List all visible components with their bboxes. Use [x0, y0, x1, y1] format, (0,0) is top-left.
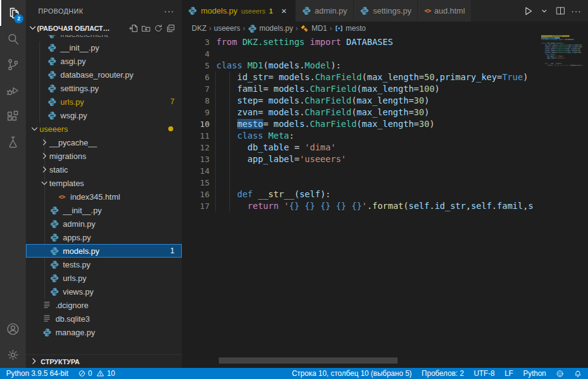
line-number: 9	[182, 107, 210, 118]
tree-item-label: views.py	[63, 287, 94, 296]
tab-aud-html[interactable]: <>aud.html	[418, 0, 471, 22]
activitybar-account[interactable]	[0, 316, 26, 342]
code-line-15[interactable]: 15	[182, 177, 588, 189]
tree-file--init-py[interactable]: __init__.py	[26, 203, 182, 217]
more-actions-icon[interactable]: ···	[570, 4, 583, 18]
code-line-7[interactable]: 7 famil= models.CharField(max_length=100…	[182, 83, 588, 95]
code-line-12[interactable]: 12 db_table = 'dima'	[182, 142, 588, 153]
new-folder-icon[interactable]	[140, 22, 152, 35]
split-editor-button[interactable]	[553, 4, 567, 18]
code-line-13[interactable]: 13 app_label='useeers'	[182, 153, 588, 165]
breadcrumb-useeers[interactable]: useeers	[214, 24, 240, 33]
tree-file-index345-html[interactable]: <>index345.html	[26, 190, 182, 203]
line-number: 6	[182, 71, 210, 83]
code-line-17[interactable]: 17 return '{} {} {} {} {}'.format(self.i…	[182, 200, 588, 212]
line-number: 16	[182, 189, 210, 200]
tree-file--init-py[interactable]: __init__.py	[26, 41, 182, 54]
tree-file-urls-py[interactable]: urls.py	[26, 271, 182, 285]
close-icon[interactable]: ×	[279, 6, 289, 16]
breadcrumb-label: mesto	[346, 24, 366, 33]
testing-icon	[6, 135, 20, 150]
tree-file--dcignore[interactable]: .dcignore	[26, 298, 182, 312]
tree-folder-templates[interactable]: templates	[26, 176, 182, 190]
breadcrumb-dkz[interactable]: DKZ	[192, 24, 206, 33]
breadcrumb-mesto[interactable]: mesto	[335, 24, 366, 33]
run-button[interactable]	[521, 4, 535, 18]
tree-file-views-py[interactable]: views.py	[26, 285, 182, 298]
py-file-icon	[49, 246, 59, 256]
collapse-all-icon[interactable]	[165, 22, 177, 35]
tree-file-asgi-py[interactable]: asgi.py	[26, 54, 182, 68]
statusbar-python-3-9-5-64-bit[interactable]: Python 3.9.5 64-bit	[6, 369, 68, 378]
statusbar-error[interactable]: 0	[78, 369, 92, 378]
tree-folder-static[interactable]: static	[26, 163, 182, 176]
statusbar-feedback[interactable]	[556, 370, 564, 378]
activitybar-testing[interactable]	[0, 129, 26, 155]
tree-file-models-py[interactable]: models.py1	[26, 244, 182, 258]
indent-guide	[215, 177, 216, 189]
code-line-6[interactable]: 6 id_str= models.CharField(max_length=50…	[182, 71, 588, 83]
statusbar-строка-10-столбец-10-выбрано-5-[interactable]: Строка 10, столбец 10 (выбрано 5)	[292, 369, 412, 378]
tree-file-settings-py[interactable]: settings.py	[26, 81, 182, 95]
activitybar-source-control[interactable]	[0, 52, 26, 78]
tree-file-apps-py[interactable]: apps.py	[26, 230, 182, 244]
run-dropdown-button[interactable]	[537, 4, 551, 18]
code-line-11[interactable]: 11 class Meta:	[182, 130, 588, 142]
breadcrumb-label: useeers	[214, 24, 240, 33]
new-file-icon[interactable]	[128, 22, 140, 35]
statusbar-bell[interactable]	[574, 370, 582, 378]
breadcrumb-models-py[interactable]: models.py	[248, 24, 293, 33]
code-line-8[interactable]: 8 step= models.CharField(max_length=30)	[182, 95, 588, 107]
code-line-9[interactable]: 9 zvan= models.CharField(max_length=30)	[182, 107, 588, 118]
code-line-5[interactable]: 5class MD1(models.Model):	[182, 60, 588, 71]
more-actions-icon[interactable]: ···	[164, 6, 174, 16]
outline-section-header[interactable]: СТРУКТУРА	[26, 354, 182, 368]
tab-settings-py[interactable]: settings.py	[354, 0, 417, 22]
statusbar-label: Строка 10, столбец 10 (выбрано 5)	[292, 369, 412, 378]
code-line-3[interactable]: 3from DKZ.settings import DATABASES	[182, 36, 588, 48]
tab-admin-py[interactable]: admin.py	[296, 0, 354, 22]
activitybar-extensions[interactable]	[0, 104, 26, 129]
py-file-icon	[42, 327, 52, 337]
tab-bar: models.pyuseeers1×admin.pysettings.py<>a…	[182, 0, 588, 22]
code-editor[interactable]: 3from DKZ.settings import DATABASES45cla…	[182, 35, 588, 368]
statusbar-utf-8[interactable]: UTF-8	[474, 369, 495, 378]
statusbar-lf[interactable]: LF	[505, 369, 513, 378]
code-line-14[interactable]: 14	[182, 165, 588, 177]
tree-file-wsgi-py[interactable]: wsgi.py	[26, 108, 182, 122]
activitybar-explorer[interactable]: 2	[0, 0, 26, 26]
activitybar-run-debug[interactable]	[0, 78, 26, 104]
tree-file-manage-py[interactable]: manage.py	[26, 325, 182, 339]
breadcrumb-separator: ›	[295, 24, 298, 33]
statusbar-python[interactable]: Python	[523, 369, 546, 378]
tree-folder-migrations[interactable]: migrations	[26, 149, 182, 163]
tab-models-py[interactable]: models.pyuseeers1×	[182, 0, 295, 22]
minimap[interactable]: from DKZ.settings import DATABASESclass …	[541, 35, 582, 109]
breadcrumb-separator: ›	[243, 24, 245, 33]
statusbar-пробелов-2[interactable]: Пробелов: 2	[422, 369, 464, 378]
activitybar-search[interactable]	[0, 26, 26, 52]
tree-item-label: database_roouter.py	[60, 70, 134, 79]
refresh-icon[interactable]	[152, 22, 165, 35]
tree-file-indexelement[interactable]: indexelement	[26, 35, 182, 41]
class-icon	[300, 24, 309, 33]
line-number: 14	[182, 165, 210, 177]
explorer-title: ПРОВОДНИК	[38, 7, 83, 15]
activitybar-settings-gear[interactable]	[0, 342, 26, 368]
breadcrumb-md1[interactable]: MD1	[300, 24, 327, 33]
tree-folder--pycache-[interactable]: __pycache__	[26, 136, 182, 149]
tree-file-tests-py[interactable]: tests.py	[26, 258, 182, 271]
selected-text: mesto	[237, 119, 263, 129]
code-line-16[interactable]: 16 def __str__(self):	[182, 189, 588, 200]
code-line-4[interactable]: 4	[182, 48, 588, 60]
statusbar-warning[interactable]: 10	[97, 369, 115, 378]
horizontal-scrollbar[interactable]	[219, 357, 398, 364]
tree-folder-useeers[interactable]: useeers	[26, 122, 182, 136]
tree-file-database-roouter-py[interactable]: database_roouter.py	[26, 68, 182, 81]
code-line-10[interactable]: 10 mesto= models.CharField(max_length=30…	[182, 118, 588, 130]
tree-file-admin-py[interactable]: admin.py	[26, 217, 182, 230]
workspace-section-header[interactable]: (РАБОЧАЯ ОБЛАСТЬ) ...	[26, 22, 182, 35]
tree-file-db-sqlite3[interactable]: db.sqlite3	[26, 312, 182, 325]
workspace-label: (РАБОЧАЯ ОБЛАСТЬ) ...	[37, 25, 111, 32]
tree-file-urls-py[interactable]: urls.py7	[26, 95, 182, 108]
